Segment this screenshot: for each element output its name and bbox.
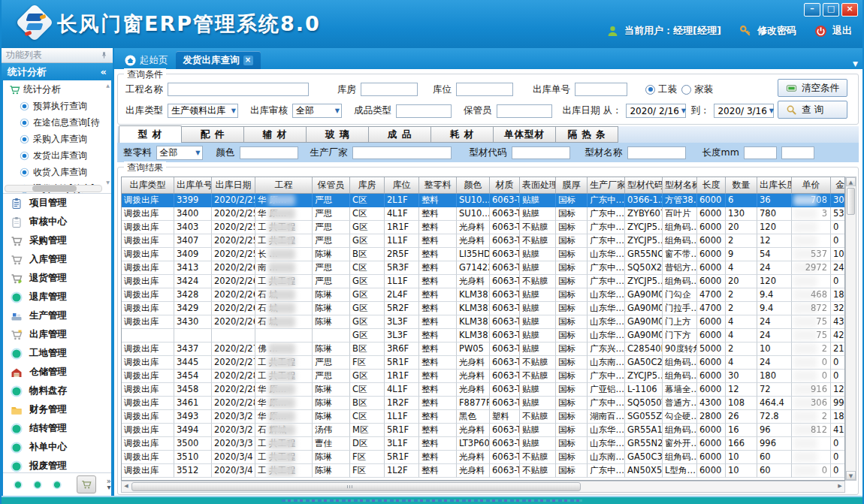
column-header-出库日期[interactable]: 出库日期	[212, 177, 255, 193]
sidebar-item-结转管理[interactable]: 结转管理	[3, 419, 111, 438]
column-header-膜厚[interactable]: 膜厚	[556, 177, 588, 193]
close-button[interactable]: ×	[841, 3, 858, 17]
minimize-button[interactable]: –	[804, 3, 820, 17]
color-input[interactable]	[240, 146, 298, 159]
table-row[interactable]: 调拨出库35102020/3/4工 共工程陈琳F区5R1F整料光身料6063-T…	[122, 451, 844, 464]
material-tab-成品[interactable]: 成 品	[369, 126, 431, 143]
table-row[interactable]: 调拨出库34942020/3/2石 辉城汤伟M区5R1F整料光身料6063-T5…	[122, 424, 844, 437]
material-tab-玻璃[interactable]: 玻 璃	[307, 126, 369, 143]
outbound-audit-select[interactable]: 全部▼	[292, 104, 342, 118]
table-row[interactable]: 调拨出库34612020/2/28华 原…陈琳B区1R2F整料F8877FT60…	[122, 397, 844, 410]
tree-item[interactable]: 预算执行查询	[3, 98, 111, 114]
keeper-input[interactable]	[497, 104, 552, 118]
cart-shortcut-button[interactable]	[77, 475, 96, 493]
table-row[interactable]: G区3L3F整料KLM38176063-T5贴膜国标山东华…GA90M09…门下…	[122, 329, 844, 343]
collapse-icon[interactable]: «	[101, 66, 107, 77]
project-name-input[interactable]	[168, 83, 309, 96]
change-password-button[interactable]: 修改密码	[757, 24, 796, 38]
scroll-left-icon[interactable]: ◀	[122, 481, 131, 492]
column-header-库位[interactable]: 库位	[385, 177, 419, 193]
column-header-长度[interactable]: 长度	[697, 177, 726, 193]
pin-icon[interactable]	[100, 51, 108, 59]
sidebar-item-报废管理[interactable]: 报废管理	[3, 457, 111, 472]
material-tab-隔热条[interactable]: 隔 热 条	[556, 126, 618, 143]
tree-root-stats[interactable]: 统计分析	[3, 80, 111, 98]
sidebar-item-审核中心[interactable]: 审核中心	[3, 213, 111, 231]
tab-close-icon[interactable]: ×	[243, 56, 253, 65]
grid-horizontal-scrollbar[interactable]: ◀ ▶	[121, 481, 845, 493]
column-header-整零料[interactable]: 整零料	[419, 177, 457, 193]
table-row[interactable]: 调拨出库34372020/2/27佛 …陈琳B区3R6F整料PW056063-T…	[122, 343, 844, 356]
profile-code-input[interactable]	[512, 146, 570, 159]
scroll-right-icon[interactable]: ▶	[835, 481, 844, 492]
table-row[interactable]: 调拨出库34032020/2/25工 共工程严思G区1R1F整料光身料6063-…	[122, 221, 844, 234]
table-row[interactable]: 调拨出库34302020/2/26石 城陈琳G区3L3F整料KLM3817606…	[122, 315, 844, 329]
manufacturer-input[interactable]	[352, 146, 452, 159]
radio-jiazhuang[interactable]: 家装	[681, 83, 713, 96]
sidebar-item-仓储管理[interactable]: 仓储管理	[3, 363, 111, 382]
scroll-up-icon[interactable]: ▲	[104, 82, 111, 89]
table-row[interactable]: 调拨出库34002020/2/25华 原…严思C区4L1F整料SU10…6063…	[122, 207, 844, 221]
table-row[interactable]: 调拨出库34542020/2/28工 共工程严思G区1R1F整料光身料6063-…	[122, 370, 844, 383]
table-row[interactable]: 调拨出库34132020/2/26南 …严思C区5R3F整料G714226063…	[122, 261, 844, 275]
tree-item[interactable]: 发货出库查询	[3, 147, 111, 164]
tab-起始页[interactable]: 起始页	[117, 51, 176, 69]
length-from-input[interactable]	[744, 146, 777, 159]
sidebar-item-采购管理[interactable]: 采购管理	[3, 231, 111, 250]
column-header-型材名称[interactable]: 型材名称	[663, 177, 697, 193]
column-header-数量[interactable]: 数量	[726, 177, 757, 193]
column-header-工程[interactable]: 工程	[255, 177, 313, 193]
scroll-down-icon[interactable]: ▼	[846, 471, 856, 480]
sidebar-item-生产管理[interactable]: 生产管理	[3, 306, 111, 325]
expand-more-button[interactable]: »▾	[107, 478, 111, 490]
logout-button[interactable]: 退出	[832, 24, 852, 38]
table-row[interactable]: 调拨出库34582020/2/28华 原…陈琳C区4L1F整料光身料6063-T…	[122, 383, 844, 397]
tree-vertical-scrollbar[interactable]: ▲ ▼	[104, 82, 111, 186]
table-row[interactable]: 调拨出库34452020/2/27工 共工程严思F区5R1F整料光身料6063-…	[122, 356, 844, 370]
clear-conditions-button[interactable]: 清空条件	[778, 79, 847, 97]
scrollbar-thumb[interactable]	[32, 186, 77, 192]
maximize-button[interactable]: □	[823, 3, 839, 17]
outbound-type-select[interactable]: 生产领料出库▼	[168, 104, 238, 118]
sidebar-item-工地管理[interactable]: 工地管理	[3, 344, 111, 363]
green-circle-icon[interactable]	[33, 480, 42, 490]
column-header-保管员[interactable]: 保管员	[313, 177, 350, 193]
product-type-input[interactable]	[396, 104, 452, 118]
column-header-材质[interactable]: 材质	[490, 177, 520, 193]
table-row[interactable]: 调拨出库35122020/3/4工 共工程陈琳F区1L2F整料光身料6063-T…	[122, 464, 844, 478]
column-header-出库长度[interactable]: 出库长度	[757, 177, 792, 193]
column-header-表面处理[interactable]: 表面处理	[520, 177, 556, 193]
material-tab-型材[interactable]: 型 材	[119, 125, 182, 143]
material-tab-配件[interactable]: 配 件	[182, 126, 244, 143]
sidebar-item-物料盘存[interactable]: 物料盘存	[3, 382, 111, 400]
warehouse-input[interactable]	[361, 83, 418, 96]
scroll-up-icon[interactable]: ▲	[846, 177, 856, 186]
material-tab-辅材[interactable]: 辅 材	[244, 126, 307, 143]
scrollbar-thumb[interactable]	[131, 482, 581, 491]
location-input[interactable]	[456, 83, 513, 96]
material-tab-单体型材[interactable]: 单体型材	[494, 126, 556, 143]
scrollbar-thumb[interactable]	[847, 188, 855, 215]
table-row[interactable]: 调拨出库34092020/2/25长 …陈琳B区2R5F整料LI35HD6063…	[122, 248, 844, 261]
tree-item[interactable]: 收货入库查询	[3, 164, 111, 180]
sidebar-item-入库管理[interactable]: 入库管理	[3, 250, 111, 269]
column-header-颜色[interactable]: 颜色	[457, 177, 490, 193]
table-row[interactable]: 调拨出库35002020/3/3工 共工程曹佳D区3L1F整料LT3P60606…	[122, 437, 844, 451]
sidebar-item-财务管理[interactable]: 财务管理	[3, 400, 111, 419]
table-row[interactable]: 调拨出库34282020/2/26石 城陈琳G区2L4F整料KLM3817606…	[122, 288, 844, 302]
column-header-型材代码[interactable]: 型材代码	[625, 177, 663, 193]
column-header-生产厂家[interactable]: 生产厂家	[588, 177, 625, 193]
green-circle-icon[interactable]	[53, 480, 62, 490]
scroll-down-icon[interactable]: ▼	[104, 179, 111, 186]
sidebar-item-项目管理[interactable]: 项目管理	[3, 194, 111, 213]
column-header-出库类型[interactable]: 出库类型	[122, 177, 174, 193]
column-header-单价[interactable]: 单价	[792, 177, 831, 193]
radio-gongzhuang[interactable]: 工装	[645, 83, 677, 96]
grid-vertical-scrollbar[interactable]: ▲ ▼	[845, 177, 856, 481]
material-tab-耗材[interactable]: 耗 材	[431, 126, 494, 143]
column-header-出库单号[interactable]: 出库单号	[174, 177, 212, 193]
stats-section-header[interactable]: 统计分析 «	[2, 63, 113, 80]
tree-horizontal-scrollbar[interactable]	[5, 185, 102, 192]
tree-item[interactable]: 采购入库查询	[3, 131, 111, 147]
green-circle-icon[interactable]	[14, 480, 23, 490]
